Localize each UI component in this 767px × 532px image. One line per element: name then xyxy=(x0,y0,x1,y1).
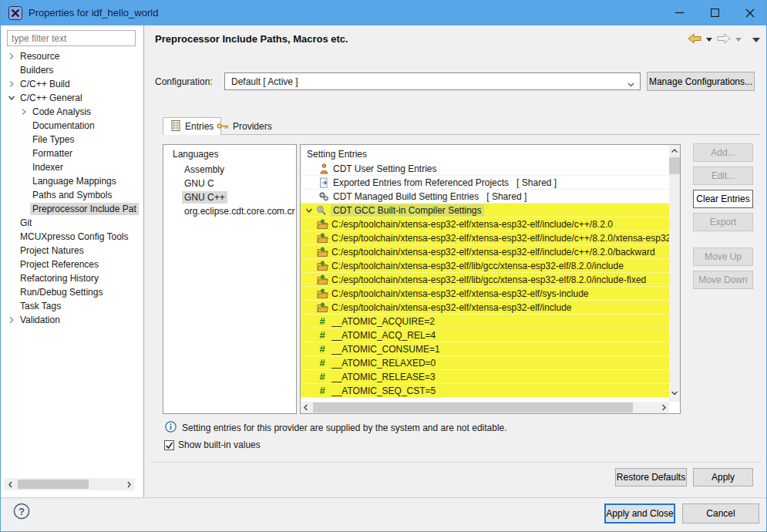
chevron-right-icon[interactable] xyxy=(5,314,18,326)
language-item-org-eclipse-cdt-core-com-cr[interactable]: org.eclipse.cdt.core.com.cr xyxy=(163,204,296,218)
add-button[interactable]: Add... xyxy=(693,143,753,162)
setting-entry-label: Exported Entries from Referenced Project… xyxy=(333,177,509,188)
setting-entry-row[interactable]: C:/esp/toolchain/xtensa-esp32-elf/xtensa… xyxy=(301,231,669,245)
export-button[interactable]: Export xyxy=(693,213,753,231)
language-item-gnu-c[interactable]: GNU C xyxy=(163,177,296,190)
history-nav xyxy=(683,33,760,46)
scrollbar-thumb[interactable] xyxy=(18,480,89,489)
setting-entry-row[interactable]: #__ATOMIC_SEQ_CST=5 xyxy=(301,384,669,398)
sidebar-item-c-c-build[interactable]: C/C++ Build xyxy=(1,77,143,91)
macro-icon: # xyxy=(316,357,328,369)
sidebar-item-preprocessor-include-pat[interactable]: Preprocessor Include Pat xyxy=(1,202,143,216)
sidebar-item-c-c-general[interactable]: C/C++ General xyxy=(1,91,143,105)
sidebar-item-resource[interactable]: Resource xyxy=(1,49,143,63)
setting-entry-row[interactable]: CDT Managed Build Setting Entries[ Share… xyxy=(301,190,669,204)
entries-horizontal-scrollbar[interactable] xyxy=(301,402,669,413)
tab-providers[interactable]: Providers xyxy=(210,119,279,134)
restore-defaults-button[interactable]: Restore Defaults xyxy=(615,468,687,487)
forward-icon[interactable] xyxy=(717,33,731,46)
view-menu-icon[interactable] xyxy=(752,38,760,42)
setting-entry-row[interactable]: #__ATOMIC_RELAXED=0 xyxy=(301,356,669,370)
language-item-gnu-c[interactable]: GNU C++ xyxy=(163,190,296,204)
setting-entry-row[interactable]: C:/esp/toolchain/xtensa-esp32-elf/xtensa… xyxy=(301,245,669,259)
setting-entry-row[interactable]: CDT User Setting Entries xyxy=(301,162,669,176)
help-icon[interactable]: ? xyxy=(13,503,30,520)
expander-spacer xyxy=(18,120,30,132)
sidebar-item-file-types[interactable]: File Types xyxy=(1,133,143,146)
scrollbar-thumb[interactable] xyxy=(669,157,680,174)
back-dropdown-icon[interactable] xyxy=(706,38,712,42)
sidebar-item-refactoring-history[interactable]: Refactoring History xyxy=(1,271,143,285)
sidebar-item-paths-and-symbols[interactable]: Paths and Symbols xyxy=(1,188,143,202)
sidebar-item-language-mappings[interactable]: Language Mappings xyxy=(1,174,143,188)
sidebar-item-project-references[interactable]: Project References xyxy=(1,258,143,271)
apply-and-close-button[interactable]: Apply and Close xyxy=(604,503,675,524)
minimize-button[interactable] xyxy=(661,0,697,25)
sidebar-item-project-natures[interactable]: Project Natures xyxy=(1,244,143,258)
scroll-right-icon[interactable] xyxy=(658,402,669,416)
include-folder-icon xyxy=(316,232,328,244)
sidebar-item-code-analysis[interactable]: Code Analysis xyxy=(1,105,143,119)
edit-button[interactable]: Edit... xyxy=(693,167,753,185)
sidebar-item-run-debug-settings[interactable]: Run/Debug Settings xyxy=(1,285,143,299)
checkbox-checked-icon[interactable] xyxy=(164,440,174,450)
setting-entry-row[interactable]: C:/esp/toolchain/xtensa-esp32-elf/xtensa… xyxy=(301,301,669,315)
setting-entries-header: Setting Entries xyxy=(307,149,669,160)
filter-input[interactable] xyxy=(7,30,136,46)
setting-entry-row[interactable]: C:/esp/toolchain/xtensa-esp32-elf/xtensa… xyxy=(301,217,669,231)
sidebar-horizontal-scrollbar[interactable] xyxy=(4,478,135,490)
chevron-down-icon[interactable] xyxy=(303,204,315,217)
setting-entry-row[interactable]: C:/esp/toolchain/xtensa-esp32-elf/xtensa… xyxy=(301,287,669,301)
move-down-button[interactable]: Move Down xyxy=(693,271,753,289)
apply-button[interactable]: Apply xyxy=(693,468,753,487)
sidebar-item-builders[interactable]: Builders xyxy=(1,63,143,77)
sidebar-item-validation[interactable]: Validation xyxy=(1,313,143,327)
sidebar-item-formatter[interactable]: Formatter xyxy=(1,146,143,160)
include-folder-icon xyxy=(316,274,328,285)
show-builtin-checkbox-row[interactable]: Show built-in values xyxy=(164,439,261,450)
sidebar-item-task-tags[interactable]: Task Tags xyxy=(1,299,143,313)
configuration-select[interactable]: Default [ Active ] xyxy=(224,72,641,90)
manage-configurations-button[interactable]: Manage Configurations... xyxy=(647,72,755,91)
sidebar-item-label: Task Tags xyxy=(18,300,63,312)
scrollbar-thumb[interactable] xyxy=(313,402,633,412)
setting-entry-row[interactable]: C:/esp/toolchain/xtensa-esp32-elf/lib/gc… xyxy=(301,259,669,273)
setting-entry-row[interactable]: #__ATOMIC_RELEASE=3 xyxy=(301,370,669,384)
chevron-right-icon[interactable] xyxy=(5,50,18,62)
move-up-button[interactable]: Move Up xyxy=(693,247,753,266)
sidebar-item-git[interactable]: Git xyxy=(1,216,143,230)
maximize-button[interactable] xyxy=(697,0,732,25)
provider-icon xyxy=(315,204,328,216)
setting-entry-row[interactable]: #__ATOMIC_ACQUIRE=2 xyxy=(301,315,669,328)
footer: ? Apply and Close Cancel xyxy=(1,497,767,532)
entries-vertical-scrollbar[interactable] xyxy=(669,145,680,402)
language-label: GNU C++ xyxy=(182,191,227,204)
chevron-right-icon[interactable] xyxy=(18,106,30,118)
language-item-assembly[interactable]: Assembly xyxy=(163,163,296,177)
sidebar-item-mcuxpresso-config-tools[interactable]: MCUXpresso Config Tools xyxy=(1,230,143,244)
sidebar-item-indexer[interactable]: Indexer xyxy=(1,160,143,174)
scroll-left-icon[interactable] xyxy=(301,402,311,416)
setting-entry-row[interactable]: C:/esp/toolchain/xtensa-esp32-elf/lib/gc… xyxy=(301,273,669,287)
chevron-down-icon xyxy=(627,79,634,89)
sidebar-item-documentation[interactable]: Documentation xyxy=(1,119,143,133)
scroll-left-icon[interactable] xyxy=(4,478,16,490)
expander-spacer xyxy=(5,244,18,257)
setting-entry-row[interactable]: CDT GCC Built-in Compiler Settings xyxy=(301,204,669,217)
setting-entry-label: C:/esp/toolchain/xtensa-esp32-elf/xtensa… xyxy=(331,302,572,313)
include-folder-icon xyxy=(316,288,328,299)
forward-dropdown-icon[interactable] xyxy=(735,38,742,42)
setting-entry-row[interactable]: Exported Entries from Referenced Project… xyxy=(301,176,669,190)
clear-entries-button[interactable]: Clear Entries xyxy=(693,190,753,208)
setting-entry-row[interactable]: #__ATOMIC_CONSUME=1 xyxy=(301,342,669,356)
scroll-down-icon[interactable] xyxy=(669,388,680,401)
cancel-button[interactable]: Cancel xyxy=(682,503,759,524)
back-icon[interactable] xyxy=(688,33,701,46)
close-button[interactable] xyxy=(732,0,767,25)
macro-icon: # xyxy=(316,343,328,355)
setting-entry-row[interactable]: #__ATOMIC_ACQ_REL=4 xyxy=(301,328,669,342)
chevron-down-icon[interactable] xyxy=(5,92,18,104)
chevron-right-icon[interactable] xyxy=(5,78,18,90)
scroll-right-icon[interactable] xyxy=(123,478,135,490)
info-row: Setting entries for this provider are su… xyxy=(165,421,507,435)
